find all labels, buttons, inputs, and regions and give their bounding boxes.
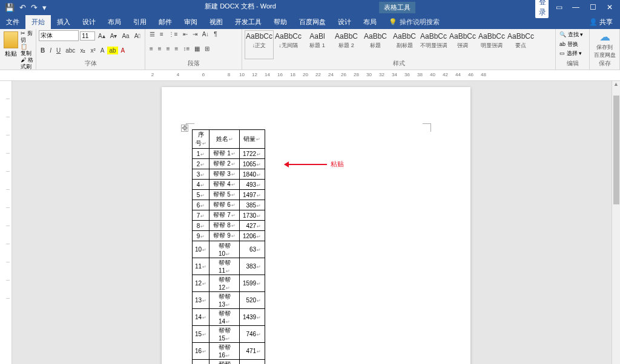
table-row[interactable]: 12↵帮帮 12↵1599↵ (193, 275, 265, 292)
table-cell[interactable]: 13↵ (193, 292, 209, 309)
tab-file[interactable]: 文件 (0, 15, 25, 29)
table-header-cell[interactable]: 姓名↵ (209, 130, 240, 149)
highlight-icon[interactable]: ab (107, 47, 117, 54)
line-spacing-icon[interactable]: ↕≡ (181, 45, 191, 53)
share-button[interactable]: 👤 共享 (582, 18, 620, 27)
table-cell[interactable]: 1439↵ (240, 309, 265, 326)
style-item[interactable]: AaBbCcDı↓正文 (245, 30, 274, 59)
style-item[interactable]: AaBbC副标题 (390, 30, 419, 59)
style-item[interactable]: AaBbC标题 (361, 30, 390, 59)
style-item[interactable]: AaBbCcDı↓无间隔 (274, 30, 303, 59)
justify-icon[interactable]: ≡ (173, 45, 180, 53)
table-cell[interactable]: 1497↵ (240, 190, 265, 200)
table-cell[interactable]: 1722↵ (240, 149, 265, 159)
scroll-thumb[interactable] (613, 96, 619, 204)
style-item[interactable]: AaBbCcDı明显强调 (477, 30, 506, 59)
select-button[interactable]: ▭ 选择 ▾ (558, 49, 587, 58)
style-item[interactable]: AaBbCcDı不明显强调 (419, 30, 448, 59)
underline-button[interactable]: U (54, 47, 62, 54)
tab-baidu[interactable]: 百度网盘 (293, 15, 332, 29)
undo-icon[interactable]: ↶ (19, 3, 26, 12)
table-cell[interactable]: 63↵ (240, 241, 265, 258)
table-cell[interactable]: 1206↵ (240, 231, 265, 241)
cloud-icon[interactable]: ☁ (592, 30, 617, 44)
table-cell[interactable]: 8↵ (193, 221, 209, 231)
indent-right-icon[interactable]: ⇥ (191, 30, 199, 38)
paste-button[interactable]: 粘贴 (2, 50, 19, 58)
vertical-scrollbar[interactable]: ▲ (612, 81, 620, 364)
tab-developer[interactable]: 开发工具 (229, 15, 268, 29)
table-row[interactable]: 16↵帮帮 16↵471↵ (193, 343, 265, 360)
table-cell[interactable]: 427↵ (240, 221, 265, 231)
table-row[interactable]: 6↵帮帮 6↵385↵ (193, 200, 265, 210)
table-row[interactable]: 3↵帮帮 3↵1840↵ (193, 169, 265, 180)
table-cell[interactable]: 帮帮 15↵ (209, 326, 240, 343)
bullets-icon[interactable]: ☰ (148, 30, 157, 38)
table-cell[interactable]: 11↵ (193, 258, 209, 275)
find-button[interactable]: 🔍 查找 ▾ (558, 30, 587, 39)
numbering-icon[interactable]: ≡ (158, 30, 165, 38)
text-effects-icon[interactable]: A (99, 47, 107, 54)
table-cell[interactable]: 1065↵ (240, 159, 265, 169)
table-row[interactable]: 14↵帮帮 14↵1439↵ (193, 309, 265, 326)
table-cell[interactable]: 14↵ (193, 309, 209, 326)
table-row[interactable]: 17↵帮帮 17↵821↵ (193, 360, 265, 365)
table-row[interactable]: 1↵帮帮 1↵1722↵ (193, 149, 265, 159)
table-cell[interactable]: 15↵ (193, 326, 209, 343)
table-row[interactable]: 9↵帮帮 9↵1206↵ (193, 231, 265, 241)
page[interactable]: ✥ 序号↵姓名↵销量↵ 1↵帮帮 1↵1722↵2↵帮帮 2↵1065↵3↵帮帮… (162, 87, 470, 364)
table-header-cell[interactable]: 销量↵ (240, 130, 265, 149)
italic-button[interactable]: I (48, 47, 53, 54)
table-cell[interactable]: 520↵ (240, 292, 265, 309)
bold-button[interactable]: B (39, 47, 47, 54)
show-marks-icon[interactable]: ¶ (212, 30, 219, 38)
clear-format-icon[interactable]: A⃠ (133, 32, 142, 40)
minimize-icon[interactable]: — (569, 3, 582, 11)
superscript-button[interactable]: x² (88, 47, 97, 54)
table-cell[interactable]: 12↵ (193, 275, 209, 292)
table-cell[interactable]: 帮帮 16↵ (209, 343, 240, 360)
style-item[interactable]: AaBbC标题 2 (332, 30, 361, 59)
multilevel-icon[interactable]: ⋮≡ (167, 30, 180, 38)
table-row[interactable]: 4↵帮帮 4↵493↵ (193, 180, 265, 190)
table-cell[interactable]: 帮帮 17↵ (209, 360, 240, 365)
table-cell[interactable]: 帮帮 3↵ (209, 169, 240, 180)
style-item[interactable]: AaBl标题 1 (303, 30, 332, 59)
indent-left-icon[interactable]: ⇤ (181, 30, 190, 38)
table-cell[interactable]: 帮帮 8↵ (209, 221, 240, 231)
table-row[interactable]: 15↵帮帮 15↵746↵ (193, 326, 265, 343)
copy-button[interactable]: 📋 复制 (21, 44, 33, 57)
table-cell[interactable]: 383↵ (240, 258, 265, 275)
table-cell[interactable]: 6↵ (193, 200, 209, 210)
format-painter-button[interactable]: 🖌 格式刷 (21, 57, 33, 70)
table-cell[interactable]: 2↵ (193, 159, 209, 169)
change-case-icon[interactable]: Aa (120, 32, 131, 40)
tab-view[interactable]: 视图 (203, 15, 229, 29)
cloud-save-button[interactable]: 保存到百度网盘 (592, 44, 617, 59)
cut-button[interactable]: ✂ 剪切 (21, 30, 33, 44)
table-cell[interactable]: 帮帮 12↵ (209, 275, 240, 292)
horizontal-ruler[interactable]: 2468101214161820222426283032343638404244… (0, 70, 620, 81)
table-cell[interactable]: 385↵ (240, 200, 265, 210)
table-row[interactable]: 2↵帮帮 2↵1065↵ (193, 159, 265, 169)
redo-icon[interactable]: ↷ (31, 3, 38, 12)
style-item[interactable]: AaBbCcDı强调 (448, 30, 477, 59)
table-cell[interactable]: 17↵ (193, 360, 209, 365)
subscript-button[interactable]: x₂ (78, 47, 87, 54)
align-center-icon[interactable]: ≡ (156, 45, 163, 53)
tab-help[interactable]: 帮助 (268, 15, 293, 29)
table-cell[interactable]: 821↵ (240, 360, 265, 365)
tab-references[interactable]: 引用 (127, 15, 153, 29)
paste-icon[interactable] (4, 31, 18, 48)
close-icon[interactable]: ✕ (603, 3, 616, 11)
table-cell[interactable]: 493↵ (240, 180, 265, 190)
font-size-select[interactable]: 11 (80, 31, 95, 41)
table-cell[interactable]: 9↵ (193, 231, 209, 241)
table-row[interactable]: 13↵帮帮 13↵520↵ (193, 292, 265, 309)
maximize-icon[interactable]: ☐ (586, 3, 599, 11)
tell-me-search[interactable]: 💡 操作说明搜索 (389, 18, 440, 27)
shrink-font-icon[interactable]: A▾ (108, 32, 119, 40)
table-cell[interactable]: 1840↵ (240, 169, 265, 180)
qat-more-icon[interactable]: ▾ (42, 3, 47, 12)
tab-mail[interactable]: 邮件 (153, 15, 178, 29)
